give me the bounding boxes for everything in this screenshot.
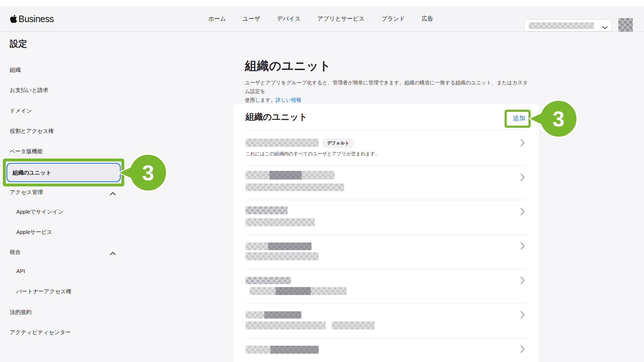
chevron-right-icon bbox=[520, 173, 525, 181]
redacted-unit-name bbox=[246, 171, 335, 180]
divider bbox=[246, 338, 526, 338]
sidebar-item-integrations[interactable]: 統合 bbox=[10, 247, 21, 257]
redacted-organization-name bbox=[529, 22, 594, 29]
chevron-up-icon[interactable] bbox=[110, 190, 116, 194]
description-line1: ユーザとアプリをグループ化すると、管理者が簡単に管理できます。組織の構造に一致す… bbox=[245, 80, 528, 94]
chevron-right-icon bbox=[520, 311, 525, 319]
annotation-highlight-box-sidebar bbox=[3, 159, 124, 186]
redacted-unit-subtitle bbox=[332, 321, 375, 329]
chevron-right-icon bbox=[520, 139, 525, 147]
card-title: 組織のユニット bbox=[246, 111, 308, 123]
annotation-step-number: 3 bbox=[142, 161, 154, 185]
chevron-right-icon bbox=[520, 345, 525, 353]
redacted-unit-name bbox=[246, 243, 311, 250]
divider bbox=[246, 165, 526, 166]
page-description: ユーザとアプリをグループ化すると、管理者が簡単に管理できます。組織の構造に一致す… bbox=[245, 78, 531, 104]
sidebar-item-sign-in-with-apple[interactable]: Appleでサインイン bbox=[16, 206, 63, 217]
divider bbox=[246, 303, 526, 304]
organizational-units-card: 組織のユニット 追加 デフォルト これにはこの組織内のすべてのユーザとアプリが含… bbox=[233, 104, 539, 362]
apple-logo-icon bbox=[10, 14, 17, 24]
sidebar-item-domains[interactable]: ドメイン bbox=[10, 105, 32, 116]
sidebar-item-roles-access[interactable]: 役割とアクセス権 bbox=[10, 126, 54, 136]
redacted-unit-subtitle bbox=[246, 218, 315, 226]
brand-text: Business bbox=[18, 14, 54, 24]
redacted-unit-name bbox=[246, 277, 291, 284]
description-line2: 使用します。 bbox=[245, 97, 276, 103]
apple-business-logo[interactable]: Business bbox=[10, 6, 54, 31]
org-unit-description: これにはこの組織内のすべてのユーザとアプリが含まれます。 bbox=[246, 151, 380, 157]
top-white-strip bbox=[0, 0, 644, 6]
sidebar-item-apple-services[interactable]: Appleサービス bbox=[16, 227, 52, 237]
sidebar-item-beta-features[interactable]: ベータ版機能 bbox=[10, 146, 43, 157]
nav-item-home[interactable]: ホーム bbox=[208, 15, 226, 23]
redacted-unit-subtitle bbox=[246, 252, 319, 260]
chevron-right-icon bbox=[520, 242, 525, 250]
chevron-up-icon[interactable] bbox=[110, 250, 116, 253]
nav-item-devices[interactable]: デバイス bbox=[277, 15, 301, 23]
redacted-unit-subtitle bbox=[246, 184, 344, 191]
sidebar-item-api[interactable]: API bbox=[16, 266, 25, 277]
learn-more-link[interactable]: 詳しい情報 bbox=[276, 97, 301, 103]
page-title: 組織のユニット bbox=[245, 58, 331, 74]
annotation-step-callout: 3 bbox=[527, 93, 585, 144]
divider bbox=[246, 235, 526, 235]
chevron-right-icon bbox=[520, 277, 525, 284]
redacted-unit-name bbox=[246, 346, 319, 354]
user-avatar[interactable] bbox=[618, 18, 633, 32]
divider bbox=[246, 200, 526, 200]
redacted-unit-name bbox=[246, 139, 319, 147]
sidebar-item-organization[interactable]: 組織 bbox=[10, 64, 21, 75]
default-badge: デフォルト bbox=[322, 138, 354, 148]
chevron-right-icon bbox=[520, 208, 525, 215]
sidebar-item-activity-center[interactable]: アクティビティセンター bbox=[10, 327, 71, 338]
app-header-bar: Business ホーム ユーザ デバイス アプリとサービス ブランド 広告 bbox=[0, 6, 644, 32]
annotation-step-number: 3 bbox=[552, 107, 564, 131]
sidebar-item-payments-billing[interactable]: お支払いと請求 bbox=[10, 85, 48, 96]
redacted-unit-name bbox=[246, 311, 301, 319]
chevron-down-icon bbox=[602, 24, 608, 31]
primary-nav: ホーム ユーザ デバイス アプリとサービス ブランド 広告 bbox=[208, 6, 433, 31]
redacted-unit-name bbox=[246, 206, 288, 214]
sidebar-item-access-management[interactable]: アクセス管理 bbox=[10, 187, 43, 198]
redacted-unit-subtitle bbox=[246, 321, 326, 329]
nav-item-users[interactable]: ユーザ bbox=[243, 15, 260, 23]
divider bbox=[246, 130, 526, 130]
annotation-step-callout: 3 bbox=[117, 147, 175, 198]
settings-sidebar-title: 設定 bbox=[10, 38, 27, 50]
nav-item-apps-services[interactable]: アプリとサービス bbox=[317, 15, 365, 23]
organization-selector[interactable] bbox=[524, 19, 612, 31]
apple-business-manager-screen: Business ホーム ユーザ デバイス アプリとサービス ブランド 広告 設… bbox=[0, 0, 644, 362]
sidebar-item-partner-access[interactable]: パートナーアクセス権 bbox=[16, 286, 71, 297]
nav-item-ads[interactable]: 広告 bbox=[422, 15, 433, 23]
divider bbox=[246, 269, 526, 269]
nav-item-brand[interactable]: ブランド bbox=[381, 15, 405, 23]
sidebar-item-legal-terms[interactable]: 法的規約 bbox=[10, 307, 32, 317]
redacted-unit-subtitle bbox=[250, 287, 347, 295]
